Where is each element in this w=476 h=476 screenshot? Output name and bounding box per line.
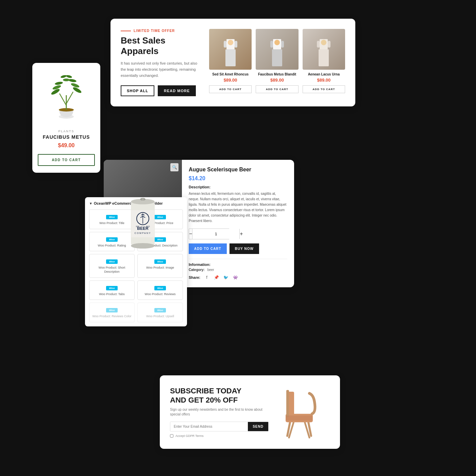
svg-point-8 xyxy=(72,86,82,94)
reddit-icon[interactable]: 👾 xyxy=(232,274,238,280)
builder-item-short-description[interactable]: Woo Woo Product: Short Description xyxy=(89,254,135,277)
apparel-3-add-to-cart-button[interactable]: ADD TO CART xyxy=(303,85,345,93)
plant-name: FAUCIBUS METUS xyxy=(38,134,95,140)
plant-add-to-cart-button[interactable]: ADD TO CART xyxy=(38,154,95,166)
woo-badge-tabs: Woo xyxy=(106,286,117,290)
subscribe-email-input[interactable] xyxy=(170,422,248,431)
svg-point-31 xyxy=(131,243,155,249)
apparel-3-price: $89.00 xyxy=(303,78,345,83)
apparel-2-price: $89.00 xyxy=(256,78,298,83)
subscribe-title: SUBSCRIBE TODAY AND GET 20% OFF xyxy=(170,387,269,405)
svg-rect-22 xyxy=(270,41,273,48)
twitter-icon[interactable]: 🐦 xyxy=(223,274,229,280)
subscribe-form: SEND xyxy=(170,422,269,431)
apparel-2-name: Faucibus Metus Blandit xyxy=(256,72,298,76)
apparel-2-add-to-cart-button[interactable]: ADD TO CART xyxy=(256,85,298,93)
builder-item-upsell-label: Woo Product: Upsell xyxy=(140,314,180,319)
beer-share-row: Share: f 📌 🐦 👾 xyxy=(189,274,287,280)
limited-line-decoration xyxy=(121,31,131,31)
quantity-input[interactable] xyxy=(192,229,240,239)
apparel-1-name: Sed Sit Amet Rhoncus xyxy=(209,72,252,76)
beer-category-label: Category: xyxy=(189,268,205,272)
apparel-product-2: Faucibus Metus Blandit $89.00 ADD TO CAR… xyxy=(256,29,298,96)
gdpr-text: Accept GDPR Terms xyxy=(175,434,204,438)
chair-image xyxy=(275,385,330,439)
pinterest-icon[interactable]: 📌 xyxy=(213,274,219,280)
svg-point-16 xyxy=(228,40,233,45)
svg-rect-25 xyxy=(319,49,329,66)
gdpr-row: Accept GDPR Terms xyxy=(170,434,269,438)
quantity-increase-button[interactable]: + xyxy=(240,229,243,239)
builder-item-reviews[interactable]: Woo Woo Product: Reviews xyxy=(137,280,183,300)
builder-arrow-icon: ▼ xyxy=(89,202,92,205)
builder-item-reviews-label: Woo Product: Reviews xyxy=(140,292,180,296)
svg-rect-23 xyxy=(281,41,284,48)
beer-category-value: beer xyxy=(207,268,214,272)
woo-badge-rating: Woo xyxy=(106,237,117,242)
woo-badge-upsell: Woo xyxy=(154,308,166,312)
apparel-product-1-image xyxy=(209,29,252,70)
svg-point-11 xyxy=(63,79,70,81)
woo-badge-reviews: Woo xyxy=(154,286,166,290)
limited-offer-text: LIMITED TIME OFFER xyxy=(134,29,175,33)
apparels-buttons: SHOP ALL READ MORE xyxy=(121,85,202,96)
svg-rect-27 xyxy=(317,41,320,48)
svg-rect-18 xyxy=(235,41,237,48)
apparel-1-add-to-cart-button[interactable]: ADD TO CART xyxy=(209,85,252,93)
builder-item-image[interactable]: Woo Woo Product: Image xyxy=(137,254,183,277)
shop-all-button[interactable]: SHOP ALL xyxy=(121,85,154,96)
svg-line-4 xyxy=(66,92,73,104)
plant-category: PLANTS xyxy=(38,130,95,133)
svg-text:2015: 2015 xyxy=(146,225,150,227)
builder-item-reviews-color-label: Woo Product: Reviews Color xyxy=(92,314,132,319)
svg-rect-52 xyxy=(286,415,312,421)
beer-description-text: Aenean lectus elit, fermentum non, conva… xyxy=(189,191,287,224)
beer-share-label: Share: xyxy=(189,275,200,279)
beer-product-price: $14.20 xyxy=(189,175,287,182)
svg-rect-20 xyxy=(272,49,282,66)
builder-item-image-label: Woo Product: Image xyxy=(140,266,180,270)
subscribe-send-button[interactable]: SEND xyxy=(248,422,268,431)
svg-point-26 xyxy=(321,40,326,45)
builder-item-tabs[interactable]: Woo Woo Product: Tabs xyxy=(89,280,135,300)
builder-item-short-desc-label: Woo Product: Short Description xyxy=(92,266,132,274)
quantity-decrease-button[interactable]: − xyxy=(189,229,192,239)
facebook-icon[interactable]: f xyxy=(204,274,210,280)
svg-point-12 xyxy=(60,74,67,78)
apparels-title: Best Sales Apparels xyxy=(121,35,202,56)
apparel-product-3-image xyxy=(303,29,345,70)
gdpr-checkbox[interactable] xyxy=(170,434,173,438)
svg-point-13 xyxy=(66,74,72,78)
quantity-control: − + xyxy=(189,228,230,239)
beer-add-to-cart-button[interactable]: ADD TO CART xyxy=(189,243,227,254)
beer-description-label: Description: xyxy=(189,185,287,189)
read-more-button[interactable]: READ MORE xyxy=(158,85,196,96)
zoom-icon[interactable]: 🔍 xyxy=(170,163,178,171)
subscribe-card: SUBSCRIBE TODAY AND GET 20% OFF Sign up … xyxy=(160,375,340,449)
svg-rect-28 xyxy=(328,41,330,48)
builder-item-upsell[interactable]: Woo Woo Product: Upsell xyxy=(137,303,183,322)
apparels-description: It has survived not only five centuries,… xyxy=(121,61,202,79)
beer-action-buttons: ADD TO CART BUY NOW xyxy=(189,243,287,254)
svg-point-7 xyxy=(54,81,63,85)
apparels-left-section: LIMITED TIME OFFER Best Sales Apparels I… xyxy=(121,29,202,96)
apparel-product-1: Sed Sit Amet Rhoncus $89.00 ADD TO CART xyxy=(209,29,252,96)
svg-point-10 xyxy=(68,79,76,83)
plant-product-image xyxy=(38,70,95,124)
subscribe-content: SUBSCRIBE TODAY AND GET 20% OFF Sign up … xyxy=(170,387,269,438)
beer-details-section: Augue Scelerisque Beer $14.20 Descriptio… xyxy=(182,160,294,287)
svg-point-9 xyxy=(70,82,80,88)
builder-item-reviews-color[interactable]: Woo Woo Product: Reviews Color xyxy=(89,303,135,322)
apparels-card: LIMITED TIME OFFER Best Sales Apparels I… xyxy=(111,19,355,106)
plant-price: $49.00 xyxy=(38,142,95,149)
svg-point-21 xyxy=(274,40,280,45)
builder-item-tabs-label: Woo Product: Tabs xyxy=(92,292,132,296)
woo-badge-title: Woo xyxy=(106,215,117,219)
svg-rect-44 xyxy=(142,198,144,201)
beer-buy-now-button[interactable]: BUY NOW xyxy=(230,243,259,254)
svg-rect-17 xyxy=(224,41,226,48)
svg-text:COMPANY: COMPANY xyxy=(135,232,151,234)
plant-product-card: PLANTS FAUCIBUS METUS $49.00 ADD TO CART xyxy=(32,63,100,173)
woo-badge-image: Woo xyxy=(154,259,166,264)
woo-badge-reviews-color: Woo xyxy=(106,308,117,312)
